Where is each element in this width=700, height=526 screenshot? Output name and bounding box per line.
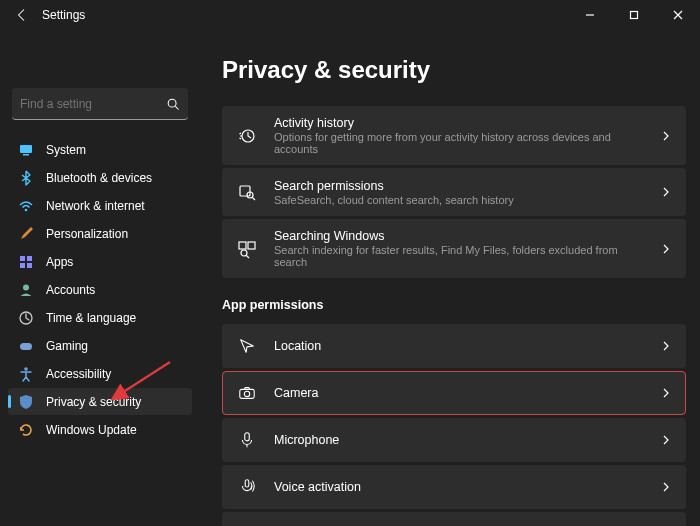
sidebar-item-system[interactable]: System — [8, 136, 192, 163]
search-box[interactable] — [12, 88, 188, 120]
sidebar-item-label: Bluetooth & devices — [46, 171, 152, 185]
back-arrow-icon — [15, 8, 29, 22]
card-text: Searching Windows Search indexing for fa… — [274, 229, 644, 268]
card-searching-windows[interactable]: Searching Windows Search indexing for fa… — [222, 219, 686, 278]
sidebar-item-gaming[interactable]: Gaming — [8, 332, 192, 359]
svg-point-9 — [23, 284, 29, 290]
svg-point-4 — [25, 208, 28, 211]
chevron-right-icon — [660, 130, 672, 142]
body: System Bluetooth & devices Network & int… — [0, 30, 700, 526]
minimize-button[interactable] — [568, 0, 612, 30]
card-text: Search permissions SafeSearch, cloud con… — [274, 179, 644, 206]
sidebar-item-time-language[interactable]: Time & language — [8, 304, 192, 331]
search-windows-icon — [236, 238, 258, 260]
location-icon — [236, 335, 258, 357]
history-icon — [236, 125, 258, 147]
sidebar-item-label: Time & language — [46, 311, 136, 325]
card-text: Location — [274, 339, 644, 353]
windows-permissions-list: Activity history Options for getting mor… — [222, 106, 686, 278]
card-title: Camera — [274, 386, 644, 400]
sidebar-item-apps[interactable]: Apps — [8, 248, 192, 275]
card-title: Search permissions — [274, 179, 644, 193]
chevron-right-icon — [660, 186, 672, 198]
card-title: Searching Windows — [274, 229, 644, 243]
card-subtitle: Options for getting more from your activ… — [274, 131, 644, 155]
close-icon — [673, 10, 683, 20]
chevron-right-icon — [660, 243, 672, 255]
sidebar-item-label: Accounts — [46, 283, 95, 297]
sidebar-item-personalization[interactable]: Personalization — [8, 220, 192, 247]
svg-point-20 — [244, 391, 249, 396]
sidebar-item-label: Personalization — [46, 227, 128, 241]
back-button[interactable] — [8, 1, 36, 29]
voice-icon — [236, 476, 258, 498]
wifi-icon — [18, 198, 34, 214]
maximize-button[interactable] — [612, 0, 656, 30]
svg-rect-22 — [245, 480, 249, 487]
sidebar-item-label: Network & internet — [46, 199, 145, 213]
titlebar: Settings — [0, 0, 700, 30]
search-input[interactable] — [20, 97, 180, 111]
svg-rect-5 — [20, 256, 25, 261]
shield-icon — [18, 394, 34, 410]
app-title: Settings — [42, 8, 85, 22]
maximize-icon — [629, 10, 639, 20]
svg-rect-2 — [20, 145, 32, 153]
apps-grid-icon — [18, 254, 34, 270]
sidebar-item-windows-update[interactable]: Windows Update — [8, 416, 192, 443]
card-text: Microphone — [274, 433, 644, 447]
chevron-right-icon — [660, 481, 672, 493]
card-microphone[interactable]: Microphone — [222, 418, 686, 462]
chevron-right-icon — [660, 434, 672, 446]
svg-point-12 — [24, 367, 28, 371]
svg-rect-7 — [20, 263, 25, 268]
card-text: Activity history Options for getting mor… — [274, 116, 644, 155]
search-permissions-icon — [236, 181, 258, 203]
card-title: Microphone — [274, 433, 644, 447]
card-activity-history[interactable]: Activity history Options for getting mor… — [222, 106, 686, 165]
card-voice-activation[interactable]: Voice activation — [222, 465, 686, 509]
sidebar-item-bluetooth[interactable]: Bluetooth & devices — [8, 164, 192, 191]
svg-rect-16 — [239, 242, 246, 249]
settings-window: Settings System Bluetooth & devices — [0, 0, 700, 526]
microphone-icon — [236, 429, 258, 451]
card-search-permissions[interactable]: Search permissions SafeSearch, cloud con… — [222, 168, 686, 216]
svg-rect-3 — [23, 154, 29, 156]
window-controls — [568, 0, 700, 30]
sidebar-item-label: Gaming — [46, 339, 88, 353]
bluetooth-icon — [18, 170, 34, 186]
sidebar-item-accessibility[interactable]: Accessibility — [8, 360, 192, 387]
svg-rect-6 — [27, 256, 32, 261]
card-subtitle: SafeSearch, cloud content search, search… — [274, 194, 644, 206]
update-icon — [18, 422, 34, 438]
search-icon — [166, 97, 180, 111]
card-notifications[interactable]: Notifications — [222, 512, 686, 526]
minimize-icon — [585, 10, 595, 20]
card-title: Location — [274, 339, 644, 353]
main-content[interactable]: Privacy & security Activity history Opti… — [200, 30, 700, 526]
sidebar-item-network[interactable]: Network & internet — [8, 192, 192, 219]
gamepad-icon — [18, 338, 34, 354]
accessibility-icon — [18, 366, 34, 382]
sidebar-item-label: Windows Update — [46, 423, 137, 437]
close-button[interactable] — [656, 0, 700, 30]
sidebar-item-accounts[interactable]: Accounts — [8, 276, 192, 303]
sidebar-item-privacy-security[interactable]: Privacy & security — [8, 388, 192, 415]
svg-rect-14 — [240, 186, 250, 196]
system-icon — [18, 142, 34, 158]
card-text: Voice activation — [274, 480, 644, 494]
card-location[interactable]: Location — [222, 324, 686, 368]
nav-list: System Bluetooth & devices Network & int… — [8, 136, 192, 443]
svg-rect-17 — [248, 242, 255, 249]
app-permissions-list: Location Camera Microphone — [222, 324, 686, 526]
svg-rect-0 — [631, 12, 638, 19]
svg-point-18 — [241, 250, 247, 256]
sidebar: System Bluetooth & devices Network & int… — [0, 30, 200, 526]
card-camera[interactable]: Camera — [222, 371, 686, 415]
chevron-right-icon — [660, 387, 672, 399]
card-title: Voice activation — [274, 480, 644, 494]
camera-icon — [236, 382, 258, 404]
sidebar-item-label: System — [46, 143, 86, 157]
sidebar-item-label: Apps — [46, 255, 73, 269]
card-subtitle: Search indexing for faster results, Find… — [274, 244, 644, 268]
